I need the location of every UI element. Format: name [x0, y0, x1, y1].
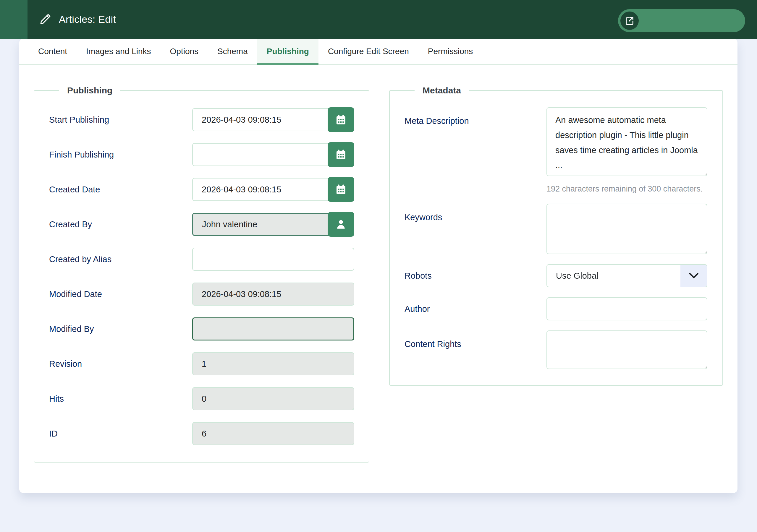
field-row-keywords: Keywords [405, 204, 722, 254]
calendar-icon [335, 113, 347, 126]
field-label: Modified Date [49, 289, 192, 299]
id-input [192, 422, 354, 445]
field-row-revision: Revision [49, 351, 369, 376]
field-row-created-date: Created Date [49, 177, 369, 202]
author-input[interactable] [546, 297, 707, 320]
user-icon [335, 218, 347, 231]
field-row-created-by-alias: Created by Alias [49, 247, 369, 272]
tab-publishing[interactable]: Publishing [257, 39, 318, 64]
field-row-meta-description: Meta Description An awesome automatic me… [405, 107, 722, 193]
field-row-id: ID [49, 421, 369, 446]
calendar-icon [335, 148, 347, 161]
start-publishing-calendar-button[interactable] [328, 107, 354, 132]
page-title: Articles: Edit [59, 14, 116, 25]
field-row-robots: Robots Use Global [405, 264, 722, 287]
created-by-select-user-button[interactable] [328, 212, 354, 237]
tab-schema[interactable]: Schema [208, 39, 257, 64]
field-row-modified-date: Modified Date [49, 282, 369, 307]
field-label: Modified By [49, 324, 192, 334]
edit-form-card: Content Images and Links Options Schema … [19, 39, 738, 493]
form-tabs: Content Images and Links Options Schema … [19, 39, 738, 65]
created-date-calendar-button[interactable] [328, 177, 354, 202]
character-counter: 192 characters remaining of 300 characte… [546, 185, 707, 193]
start-publishing-input[interactable] [192, 108, 331, 131]
meta-description-textarea[interactable]: An awesome automatic meta description pl… [546, 107, 707, 176]
field-label: Revision [49, 359, 192, 369]
field-label: Author [405, 304, 546, 314]
field-label: Created by Alias [49, 254, 192, 264]
chevron-down-icon [681, 265, 707, 287]
sidebar-strip [0, 0, 27, 39]
created-by-input [192, 213, 331, 236]
robots-selected-value: Use Global [547, 265, 681, 287]
field-row-created-by: Created By [49, 212, 369, 237]
publishing-fieldset: Publishing Start Publishing [34, 85, 369, 462]
field-label: Start Publishing [49, 115, 192, 125]
preview-toggle-button[interactable] [618, 9, 745, 32]
created-date-input[interactable] [192, 178, 331, 201]
field-label: Meta Description [405, 107, 546, 193]
field-row-modified-by: Modified By [49, 316, 369, 341]
publishing-legend: Publishing [59, 85, 120, 96]
metadata-fieldset: Metadata Meta Description An awesome aut… [389, 85, 723, 386]
field-label: Robots [405, 271, 546, 281]
tab-configure-edit-screen[interactable]: Configure Edit Screen [318, 39, 418, 64]
keywords-textarea[interactable] [546, 204, 707, 254]
modified-by-input [192, 317, 354, 340]
page-title-wrap: Articles: Edit [39, 0, 116, 39]
finish-publishing-input[interactable] [192, 143, 331, 166]
modified-date-input [192, 282, 354, 306]
tab-panel-publishing: Publishing Start Publishing [19, 65, 738, 462]
revision-input [192, 352, 354, 375]
field-label: Keywords [405, 204, 546, 254]
calendar-icon [335, 183, 347, 196]
content-rights-textarea[interactable] [546, 330, 707, 369]
tab-options[interactable]: Options [161, 39, 208, 64]
robots-select[interactable]: Use Global [546, 264, 707, 287]
field-label: Finish Publishing [49, 150, 192, 160]
pencil-icon [39, 13, 52, 26]
field-label: ID [49, 429, 192, 439]
hits-input [192, 387, 354, 410]
field-row-finish-publishing: Finish Publishing [49, 142, 369, 167]
field-row-author: Author [405, 297, 722, 320]
field-label: Created Date [49, 185, 192, 194]
field-row-content-rights: Content Rights [405, 330, 722, 369]
external-link-icon [621, 12, 639, 30]
field-label: Created By [49, 220, 192, 229]
tab-permissions[interactable]: Permissions [418, 39, 482, 64]
tab-images-and-links[interactable]: Images and Links [76, 39, 160, 64]
created-by-alias-input[interactable] [192, 248, 354, 271]
admin-header: Articles: Edit [0, 0, 757, 39]
tab-content[interactable]: Content [29, 39, 76, 64]
field-row-hits: Hits [49, 386, 369, 411]
metadata-legend: Metadata [414, 85, 469, 96]
field-label: Content Rights [405, 330, 546, 369]
field-label: Hits [49, 394, 192, 404]
finish-publishing-calendar-button[interactable] [328, 142, 354, 167]
field-row-start-publishing: Start Publishing [49, 107, 369, 132]
